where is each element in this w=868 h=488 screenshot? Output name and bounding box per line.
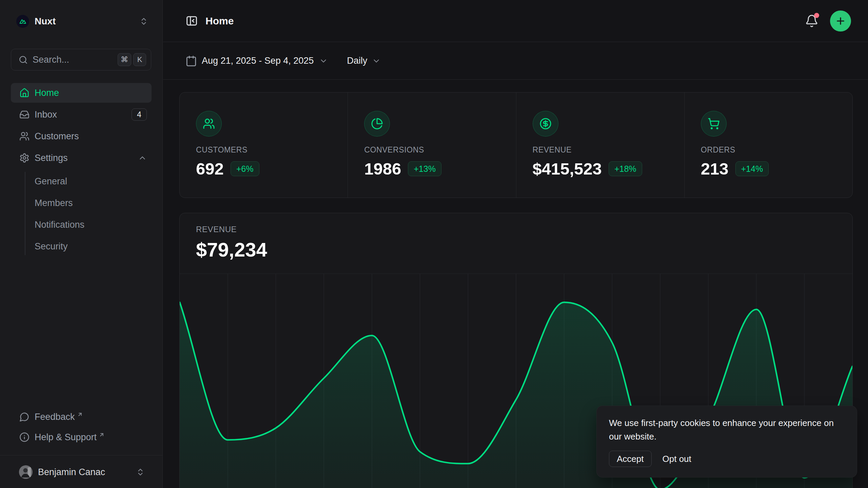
users-icon	[196, 111, 222, 137]
page-title: Home	[205, 15, 805, 27]
shopping-cart-icon	[701, 111, 727, 137]
stat-label: CUSTOMERS	[196, 145, 348, 155]
stat-revenue[interactable]: REVENUE $415,523 +18%	[516, 93, 684, 198]
feedback-label: Feedback	[35, 412, 75, 422]
settings-subnav: General Members Notifications Security	[11, 170, 152, 257]
feedback-link[interactable]: Feedback	[11, 407, 152, 427]
chevrons-up-down-icon	[139, 17, 148, 26]
stat-customers[interactable]: CUSTOMERS 692 +6%	[180, 93, 348, 198]
revenue-chart-label: REVENUE	[196, 225, 852, 234]
stat-label: ORDERS	[701, 145, 852, 155]
chevron-down-icon	[372, 57, 381, 65]
stat-value: 213	[701, 159, 729, 178]
cookie-banner: We use first-party cookies to enhance yo…	[596, 406, 857, 477]
sidebar-item-general[interactable]: General	[35, 170, 152, 192]
info-circle-icon	[19, 432, 30, 442]
sidebar-item-notifications[interactable]: Notifications	[35, 214, 152, 236]
sidebar-nav: Home Inbox 4 Customers Settings	[11, 83, 152, 257]
workspace-selector[interactable]: Nuxt	[11, 12, 152, 30]
collapse-sidebar-icon[interactable]	[185, 15, 198, 27]
inbox-icon	[19, 109, 30, 120]
pie-chart-icon	[364, 111, 390, 137]
kbd-k: K	[133, 53, 146, 66]
workspace-name: Nuxt	[35, 16, 139, 27]
stat-label: REVENUE	[533, 145, 684, 155]
stat-orders[interactable]: ORDERS 213 +14%	[684, 93, 852, 198]
help-support-link[interactable]: Help & Support	[11, 427, 152, 447]
stat-conversions[interactable]: CONVERSIONS 1986 +13%	[348, 93, 516, 198]
sidebar-item-settings[interactable]: Settings	[11, 148, 152, 168]
filters-toolbar: Aug 21, 2025 - Sep 4, 2025 Daily	[163, 42, 868, 80]
stat-label: CONVERSIONS	[364, 145, 516, 155]
sidebar-footer: Feedback Help & Support	[11, 407, 152, 447]
sidebar-divider	[0, 455, 162, 455]
inbox-count-badge: 4	[132, 108, 147, 121]
sidebar-item-label: Inbox	[35, 109, 132, 120]
granularity-value: Daily	[347, 56, 367, 66]
stat-delta-badge: +14%	[735, 161, 769, 176]
nuxt-logo-icon	[16, 15, 29, 28]
stat-value: $415,523	[533, 159, 602, 178]
accept-button[interactable]: Accept	[609, 451, 652, 467]
external-link-icon	[77, 411, 83, 418]
stat-delta-badge: +13%	[408, 161, 441, 176]
gear-icon	[19, 153, 30, 163]
chevrons-up-down-icon	[136, 468, 145, 476]
topbar: Home	[163, 0, 868, 42]
stat-delta-badge: +6%	[231, 161, 259, 176]
sidebar-item-label: Customers	[35, 131, 147, 142]
user-name: Benjamin Canac	[38, 467, 136, 477]
message-circle-icon	[19, 412, 30, 422]
stat-value: 692	[196, 159, 224, 178]
home-icon	[19, 88, 30, 98]
user-menu[interactable]: Benjamin Canac	[11, 462, 152, 483]
sidebar-item-label: Settings	[35, 153, 138, 163]
chevron-up-icon	[138, 154, 147, 162]
subnav-rail	[25, 172, 25, 255]
notifications-button[interactable]	[805, 14, 818, 28]
revenue-chart-value: $79,234	[196, 238, 852, 261]
opt-out-button[interactable]: Opt out	[663, 454, 691, 464]
stat-value: 1986	[364, 159, 401, 178]
search-icon	[19, 55, 28, 64]
external-link-icon	[99, 432, 105, 438]
date-range-value: Aug 21, 2025 - Sep 4, 2025	[202, 56, 314, 66]
calendar-icon	[185, 55, 197, 67]
sidebar-item-home[interactable]: Home	[11, 83, 152, 103]
notification-dot	[814, 13, 819, 18]
sidebar-item-customers[interactable]: Customers	[11, 126, 152, 146]
sidebar: Nuxt Search... ⌘ K Home Inbox 4	[0, 0, 163, 488]
sidebar-item-security[interactable]: Security	[35, 236, 152, 257]
search-input[interactable]: Search... ⌘ K	[11, 49, 151, 70]
add-button[interactable]	[830, 11, 851, 32]
stat-delta-badge: +18%	[609, 161, 642, 176]
search-placeholder: Search...	[33, 55, 116, 65]
stats-card: CUSTOMERS 692 +6% CONVERSIONS 1986 +13% …	[179, 92, 853, 198]
avatar	[19, 465, 33, 479]
sidebar-item-members[interactable]: Members	[35, 192, 152, 214]
users-icon	[19, 131, 30, 141]
granularity-select[interactable]: Daily	[347, 56, 381, 66]
circle-dollar-icon	[533, 111, 558, 137]
date-range-picker[interactable]: Aug 21, 2025 - Sep 4, 2025	[185, 55, 328, 67]
sidebar-item-label: Home	[35, 88, 147, 98]
cookie-message: We use first-party cookies to enhance yo…	[609, 416, 845, 443]
sidebar-item-inbox[interactable]: Inbox 4	[11, 105, 152, 124]
kbd-meta: ⌘	[118, 53, 131, 66]
revenue-chart-header: REVENUE $79,234	[180, 213, 852, 273]
help-support-label: Help & Support	[35, 432, 97, 443]
chevron-down-icon	[319, 57, 328, 65]
